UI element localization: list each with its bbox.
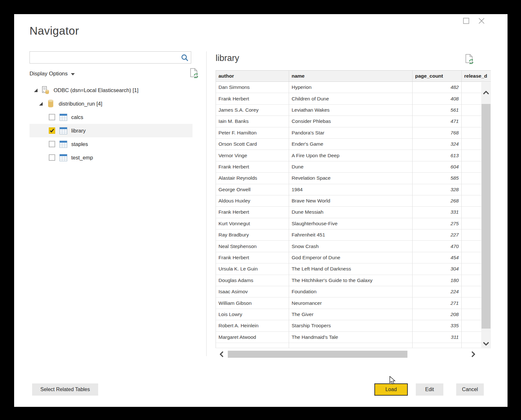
cell-author: Aldous Huxley <box>216 195 289 207</box>
table-row: Frank HerbertGod Emperor of Dune4542 <box>216 252 491 263</box>
refresh-tree-button[interactable] <box>189 68 199 80</box>
cell-page_count: 275 <box>413 218 462 229</box>
cell-page_count: 482 <box>413 82 462 93</box>
scroll-down-icon[interactable] <box>481 339 491 348</box>
vertical-scroll-thumb[interactable] <box>482 104 491 329</box>
scroll-left-icon[interactable] <box>217 350 226 359</box>
cell-name: Fahrenheit 451 <box>289 229 413 241</box>
horizontal-scrollbar[interactable] <box>216 350 491 359</box>
tree-item-distribution-run-4[interactable]: distribution_run [4] <box>30 97 192 110</box>
cell-name: Ender's Game <box>289 139 413 150</box>
table-row: Kurt VonnegutSlaughterhouse-Five2750 <box>216 218 491 229</box>
table-row: Douglas AdamsThe Hitchhiker's Guide to t… <box>216 275 491 286</box>
cell-author: Frank Herbert <box>216 93 289 104</box>
cell-author: Ursula K. Le Guin <box>216 263 289 275</box>
table-icon <box>59 113 67 121</box>
cell-author: Margaret Atwood <box>216 332 289 343</box>
item-checkbox[interactable] <box>49 141 55 147</box>
horizontal-scroll-thumb[interactable] <box>228 351 407 358</box>
table-row: Ray BradburyFahrenheit 4512271 <box>216 229 491 241</box>
cell-page_count: 768 <box>413 127 462 139</box>
vertical-scrollbar[interactable] <box>481 82 491 348</box>
cell-page_count: 408 <box>413 93 462 104</box>
cell-name: A Fire Upon the Deep <box>289 150 413 161</box>
cell-author: Douglas Adams <box>216 275 289 286</box>
cell-page_count: 604 <box>413 161 462 173</box>
cell-name: Pandora's Star <box>289 127 413 139</box>
display-options-dropdown[interactable]: Display Options <box>30 71 75 77</box>
scroll-up-icon[interactable] <box>481 88 491 98</box>
cell-name: Leviathan Wakes <box>289 105 413 116</box>
cell-page_count: 304 <box>413 263 462 275</box>
table-row: Frank HerbertDune6040 <box>216 161 491 173</box>
refresh-preview-button[interactable] <box>465 54 474 66</box>
table-row: Dan SimmonsHyperion4822 <box>216 82 491 93</box>
table-row: Peter F. HamiltonPandora's Star7680 <box>216 127 491 139</box>
cell-name: Starship Troopers <box>289 320 413 331</box>
cell-name: Hyperion <box>289 82 413 93</box>
edit-button[interactable]: Edit <box>416 383 443 396</box>
cancel-button[interactable]: Cancel <box>456 383 484 396</box>
preview-table: authornamepage_countrelease_d Dan Simmon… <box>216 70 491 348</box>
cell-author: Frank Herbert <box>216 207 289 218</box>
table-row: Frank HerbertChildren of Dune4082 <box>216 93 491 104</box>
close-button[interactable] <box>478 17 485 24</box>
table-row: Iain M. BanksConsider Phlebas4712 <box>216 116 491 127</box>
maximize-icon <box>463 18 469 24</box>
close-icon <box>478 17 485 25</box>
column-header-author: author <box>216 71 289 81</box>
column-header-page_count: page_count <box>413 71 462 81</box>
tree-item-library[interactable]: library <box>30 124 192 137</box>
dialog-title: Navigator <box>30 24 79 37</box>
mouse-cursor <box>389 376 397 386</box>
maximize-button[interactable] <box>463 17 470 24</box>
cell-author: Orson Scott Card <box>216 139 289 150</box>
cell-page_count: 268 <box>413 195 462 207</box>
cell-page_count: 561 <box>413 105 462 116</box>
cell-author: Alastair Reynolds <box>216 173 289 184</box>
column-header-name: name <box>289 71 413 81</box>
table-row: Alastair ReynoldsRevelation Space5851 <box>216 173 491 184</box>
tree-item-odbc-dsn-local-elasticsearch-1[interactable]: ODBC (dsn=Local Elasticsearch) [1] <box>30 83 192 97</box>
cell-name: Neuromancer <box>289 297 413 309</box>
cell-name: Dune <box>289 161 413 173</box>
table-row: Neal StephensonSnow Crash4700 <box>216 241 491 252</box>
cell-author: Vernor Vinge <box>216 150 289 161</box>
panel-divider <box>206 51 207 356</box>
display-options-row: Display Options <box>30 69 191 79</box>
cell-author: Ray Bradbury <box>216 229 289 241</box>
cell-name: Slaughterhouse-Five <box>289 218 413 229</box>
select-related-tables-button[interactable]: Select Related Tables <box>32 383 98 396</box>
table-row: Lois LowryThe Giver2082 <box>216 309 491 320</box>
item-checkbox[interactable] <box>49 154 55 161</box>
tree-item-test-emp[interactable]: test_emp <box>30 151 192 164</box>
cell-page_count: 470 <box>413 241 462 252</box>
scroll-right-icon[interactable] <box>468 350 478 359</box>
database-icon <box>47 99 55 108</box>
cell-author: George Orwell <box>216 184 289 195</box>
item-checkbox[interactable] <box>49 127 55 134</box>
cell-author: Dan Simmons <box>216 82 289 93</box>
tree-item-staples[interactable]: staples <box>30 137 192 151</box>
window-controls <box>463 17 485 24</box>
table-row: Margaret AtwoodThe Handmaid's Tale3110 <box>216 332 491 343</box>
refresh-icon <box>189 74 199 80</box>
cell-author: Peter F. Hamilton <box>216 127 289 139</box>
tree-item-calcs[interactable]: calcs <box>30 110 192 124</box>
expanded-triangle-icon[interactable] <box>39 102 43 106</box>
cell-page_count: 227 <box>413 229 462 241</box>
cell-page_count: 311 <box>413 332 462 343</box>
navigator-dialog: Navigator Display Options ODBC (dsn=Loca… <box>14 14 508 407</box>
table-row: James S.A. CoreyLeviathan Wakes5610 <box>216 105 491 116</box>
search-input[interactable] <box>32 52 180 63</box>
cell-author: Kurt Vonnegut <box>216 218 289 229</box>
cell-page_count: 471 <box>413 116 462 127</box>
search-icon <box>181 54 189 63</box>
item-checkbox[interactable] <box>49 114 55 120</box>
cell-page_count: 208 <box>413 309 462 320</box>
cell-name: The Left Hand of Darkness <box>289 263 413 275</box>
expanded-triangle-icon[interactable] <box>34 89 38 92</box>
dialog-footer: Select Related Tables Load Edit Cancel <box>14 383 508 396</box>
cell-page_count: 454 <box>413 252 462 263</box>
table-row: Frank HerbertDune Messiah3311 <box>216 207 491 218</box>
